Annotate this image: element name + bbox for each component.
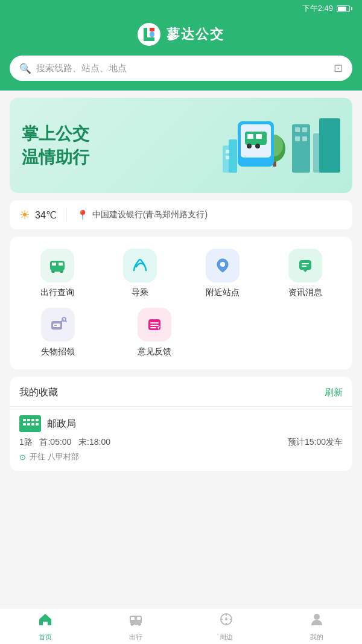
svg-rect-32 — [302, 266, 306, 267]
search-icon: 🔍 — [19, 63, 31, 74]
svg-rect-28 — [51, 269, 63, 272]
svg-rect-6 — [302, 127, 307, 132]
svg-rect-7 — [295, 136, 300, 141]
svg-rect-45 — [31, 419, 34, 421]
svg-point-0 — [139, 24, 159, 45]
nav-item-nearby[interactable]: 周边 — [181, 608, 272, 644]
banner-text: 掌上公交 温情助行 — [22, 122, 89, 169]
svg-rect-22 — [226, 156, 229, 159]
svg-rect-25 — [59, 263, 63, 266]
menu-item-nearby[interactable]: 附近站点 — [198, 249, 247, 298]
app-logo — [138, 23, 160, 46]
svg-rect-24 — [52, 263, 56, 266]
menu-row-1: 出行查询 导乘 附近站点 — [16, 249, 346, 298]
battery-icon — [337, 5, 352, 12]
svg-rect-35 — [54, 325, 57, 326]
menu-item-feedback[interactable]: 意见反馈 — [130, 308, 179, 357]
banner: 掌上公交 温情助行 — [10, 98, 352, 193]
status-time: 下午2:49 — [302, 3, 333, 14]
menu-item-guide[interactable]: 导乘 — [116, 249, 164, 298]
nav-item-trip[interactable]: 出行 — [91, 608, 181, 644]
svg-rect-21 — [226, 150, 229, 153]
menu-label-news: 资讯消息 — [288, 287, 322, 298]
favorite-name-row: 邮政局 — [19, 415, 343, 432]
svg-rect-5 — [295, 127, 300, 132]
menu-item-trip[interactable]: 出行查询 — [33, 249, 81, 298]
status-bar: 下午2:49 — [0, 0, 362, 17]
quick-menu: 出行查询 导乘 附近站点 — [10, 237, 352, 369]
lost-icon-wrap — [41, 308, 75, 342]
menu-label-feedback: 意见反馈 — [138, 346, 171, 357]
svg-point-63 — [314, 614, 320, 620]
svg-rect-56 — [131, 622, 141, 625]
search-bar[interactable]: 🔍 搜索线路、站点、地点 ⊡ — [10, 56, 352, 81]
nav-item-home[interactable]: 首页 — [0, 608, 91, 644]
svg-rect-15 — [247, 134, 253, 139]
info-bar: ☀ 34℃ 📍 中国建设银行(青岛郑州路支行) — [10, 200, 352, 229]
location-section: 📍 中国建设银行(青岛郑州路支行) — [67, 209, 208, 221]
svg-point-18 — [255, 144, 260, 148]
location-text: 中国建设银行(青岛郑州路支行) — [92, 209, 208, 220]
bottom-nav: 首页 出行 周边 — [0, 608, 362, 644]
svg-rect-46 — [36, 419, 39, 421]
svg-rect-53 — [137, 617, 141, 620]
feedback-icon-wrap — [138, 308, 171, 342]
nav-item-mine[interactable]: 我的 — [272, 608, 362, 644]
svg-rect-43 — [23, 419, 26, 421]
nearby-icon-wrap — [206, 249, 240, 282]
sub-info-text: 开往 八甲村部 — [30, 451, 79, 462]
sub-info-row: ⊙ 开往 八甲村部 — [19, 451, 343, 462]
favorites-title: 我的收藏 — [19, 386, 58, 399]
menu-row-2: 失物招领 意见反馈 — [16, 308, 346, 357]
nav-label-home: 首页 — [39, 633, 52, 642]
svg-point-1 — [150, 31, 154, 37]
menu-label-guide: 导乘 — [132, 287, 148, 298]
favorite-item[interactable]: 邮政局 1路 首:05:00 末:18:00 预计15:00发车 ⊙ 开往 八甲… — [10, 407, 352, 471]
menu-label-trip: 出行查询 — [40, 287, 74, 298]
stop-name: 邮政局 — [47, 418, 76, 430]
route-info-row: 1路 首:05:00 末:18:00 预计15:00发车 — [19, 437, 343, 448]
svg-rect-16 — [256, 134, 262, 139]
svg-point-17 — [247, 144, 252, 148]
nearby-nav-icon — [218, 611, 234, 631]
svg-rect-50 — [36, 423, 39, 426]
scan-icon[interactable]: ⊡ — [334, 62, 343, 75]
svg-rect-30 — [299, 260, 311, 270]
route-times: 1路 首:05:00 末:18:00 — [19, 437, 110, 448]
svg-rect-8 — [302, 136, 307, 141]
refresh-button[interactable]: 刷新 — [325, 387, 343, 398]
search-placeholder: 搜索线路、站点、地点 — [36, 63, 329, 74]
menu-item-news[interactable]: 资讯消息 — [281, 249, 329, 298]
banner-line1: 掌上公交 温情助行 — [22, 122, 89, 169]
home-icon — [37, 611, 53, 631]
temperature: 34℃ — [35, 209, 57, 221]
nav-label-nearby: 周边 — [220, 633, 233, 642]
svg-rect-52 — [131, 617, 135, 620]
menu-label-lost: 失物招领 — [41, 346, 75, 357]
svg-rect-47 — [23, 423, 26, 426]
svg-rect-44 — [27, 419, 30, 421]
bus-stop-icon — [19, 415, 41, 432]
departure-info: 预计15:00发车 — [288, 437, 343, 448]
guide-icon-wrap — [123, 249, 157, 282]
svg-rect-2 — [292, 124, 310, 173]
menu-label-nearby: 附近站点 — [206, 287, 240, 298]
favorites-section: 我的收藏 刷新 — [10, 377, 352, 471]
trip-icon-wrap — [40, 249, 74, 282]
svg-point-29 — [220, 262, 225, 267]
location-icon: 📍 — [77, 209, 89, 221]
search-container: 🔍 搜索线路、站点、地点 ⊡ — [0, 56, 362, 91]
banner-illustration — [208, 112, 340, 179]
svg-line-37 — [65, 320, 66, 322]
svg-rect-48 — [27, 423, 30, 426]
direction-icon: ⊙ — [19, 453, 26, 462]
trip-nav-icon — [128, 611, 144, 631]
mine-nav-icon — [309, 611, 325, 631]
weather-section: ☀ 34℃ — [19, 208, 67, 222]
favorites-header: 我的收藏 刷新 — [10, 377, 352, 407]
app-title: 蓼达公交 — [167, 25, 224, 43]
app-header: 蓼达公交 — [0, 17, 362, 56]
svg-rect-23 — [50, 261, 65, 270]
svg-rect-31 — [302, 263, 309, 264]
menu-item-lost[interactable]: 失物招领 — [34, 308, 82, 357]
